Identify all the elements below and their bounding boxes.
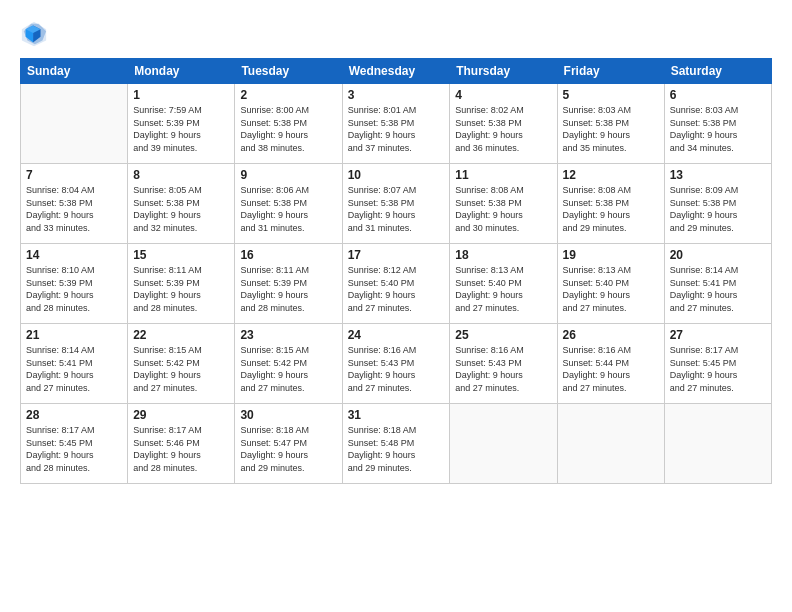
day-number: 8 [133,168,229,182]
day-number: 29 [133,408,229,422]
day-number: 3 [348,88,445,102]
header [20,20,772,48]
day-info: Sunrise: 8:09 AM Sunset: 5:38 PM Dayligh… [670,184,766,234]
page: SundayMondayTuesdayWednesdayThursdayFrid… [0,0,792,612]
day-info: Sunrise: 8:16 AM Sunset: 5:43 PM Dayligh… [455,344,551,394]
day-info: Sunrise: 7:59 AM Sunset: 5:39 PM Dayligh… [133,104,229,154]
day-info: Sunrise: 8:18 AM Sunset: 5:47 PM Dayligh… [240,424,336,474]
day-info: Sunrise: 8:15 AM Sunset: 5:42 PM Dayligh… [133,344,229,394]
calendar-cell: 19Sunrise: 8:13 AM Sunset: 5:40 PM Dayli… [557,244,664,324]
calendar-cell [21,84,128,164]
day-number: 28 [26,408,122,422]
day-number: 13 [670,168,766,182]
calendar-cell: 23Sunrise: 8:15 AM Sunset: 5:42 PM Dayli… [235,324,342,404]
calendar-cell: 18Sunrise: 8:13 AM Sunset: 5:40 PM Dayli… [450,244,557,324]
header-saturday: Saturday [664,59,771,84]
calendar-cell: 28Sunrise: 8:17 AM Sunset: 5:45 PM Dayli… [21,404,128,484]
calendar-cell [450,404,557,484]
day-number: 12 [563,168,659,182]
day-info: Sunrise: 8:17 AM Sunset: 5:45 PM Dayligh… [26,424,122,474]
calendar-cell: 17Sunrise: 8:12 AM Sunset: 5:40 PM Dayli… [342,244,450,324]
calendar-week-row: 1Sunrise: 7:59 AM Sunset: 5:39 PM Daylig… [21,84,772,164]
calendar-cell: 1Sunrise: 7:59 AM Sunset: 5:39 PM Daylig… [128,84,235,164]
day-number: 14 [26,248,122,262]
day-info: Sunrise: 8:00 AM Sunset: 5:38 PM Dayligh… [240,104,336,154]
day-number: 26 [563,328,659,342]
calendar-cell: 21Sunrise: 8:14 AM Sunset: 5:41 PM Dayli… [21,324,128,404]
calendar-cell [664,404,771,484]
day-info: Sunrise: 8:17 AM Sunset: 5:46 PM Dayligh… [133,424,229,474]
calendar-cell: 5Sunrise: 8:03 AM Sunset: 5:38 PM Daylig… [557,84,664,164]
calendar-week-row: 7Sunrise: 8:04 AM Sunset: 5:38 PM Daylig… [21,164,772,244]
day-number: 21 [26,328,122,342]
day-number: 5 [563,88,659,102]
day-number: 11 [455,168,551,182]
day-info: Sunrise: 8:18 AM Sunset: 5:48 PM Dayligh… [348,424,445,474]
day-number: 24 [348,328,445,342]
day-number: 20 [670,248,766,262]
calendar-header-row: SundayMondayTuesdayWednesdayThursdayFrid… [21,59,772,84]
day-number: 9 [240,168,336,182]
day-number: 31 [348,408,445,422]
day-info: Sunrise: 8:16 AM Sunset: 5:43 PM Dayligh… [348,344,445,394]
calendar-cell [557,404,664,484]
calendar-cell: 20Sunrise: 8:14 AM Sunset: 5:41 PM Dayli… [664,244,771,324]
day-number: 22 [133,328,229,342]
calendar-cell: 16Sunrise: 8:11 AM Sunset: 5:39 PM Dayli… [235,244,342,324]
calendar-cell: 12Sunrise: 8:08 AM Sunset: 5:38 PM Dayli… [557,164,664,244]
day-number: 16 [240,248,336,262]
calendar-cell: 13Sunrise: 8:09 AM Sunset: 5:38 PM Dayli… [664,164,771,244]
calendar-week-row: 21Sunrise: 8:14 AM Sunset: 5:41 PM Dayli… [21,324,772,404]
calendar-table: SundayMondayTuesdayWednesdayThursdayFrid… [20,58,772,484]
header-friday: Friday [557,59,664,84]
day-info: Sunrise: 8:08 AM Sunset: 5:38 PM Dayligh… [563,184,659,234]
day-info: Sunrise: 8:08 AM Sunset: 5:38 PM Dayligh… [455,184,551,234]
day-info: Sunrise: 8:12 AM Sunset: 5:40 PM Dayligh… [348,264,445,314]
day-number: 6 [670,88,766,102]
day-info: Sunrise: 8:16 AM Sunset: 5:44 PM Dayligh… [563,344,659,394]
day-number: 1 [133,88,229,102]
day-number: 23 [240,328,336,342]
header-wednesday: Wednesday [342,59,450,84]
day-info: Sunrise: 8:05 AM Sunset: 5:38 PM Dayligh… [133,184,229,234]
day-number: 4 [455,88,551,102]
day-number: 19 [563,248,659,262]
day-number: 2 [240,88,336,102]
calendar-week-row: 28Sunrise: 8:17 AM Sunset: 5:45 PM Dayli… [21,404,772,484]
day-info: Sunrise: 8:15 AM Sunset: 5:42 PM Dayligh… [240,344,336,394]
calendar-cell: 10Sunrise: 8:07 AM Sunset: 5:38 PM Dayli… [342,164,450,244]
day-info: Sunrise: 8:10 AM Sunset: 5:39 PM Dayligh… [26,264,122,314]
calendar-cell: 31Sunrise: 8:18 AM Sunset: 5:48 PM Dayli… [342,404,450,484]
day-info: Sunrise: 8:13 AM Sunset: 5:40 PM Dayligh… [455,264,551,314]
calendar-cell: 29Sunrise: 8:17 AM Sunset: 5:46 PM Dayli… [128,404,235,484]
day-number: 27 [670,328,766,342]
calendar-cell: 26Sunrise: 8:16 AM Sunset: 5:44 PM Dayli… [557,324,664,404]
calendar-cell: 4Sunrise: 8:02 AM Sunset: 5:38 PM Daylig… [450,84,557,164]
calendar-cell: 11Sunrise: 8:08 AM Sunset: 5:38 PM Dayli… [450,164,557,244]
calendar-cell: 6Sunrise: 8:03 AM Sunset: 5:38 PM Daylig… [664,84,771,164]
calendar-cell: 30Sunrise: 8:18 AM Sunset: 5:47 PM Dayli… [235,404,342,484]
calendar-cell: 2Sunrise: 8:00 AM Sunset: 5:38 PM Daylig… [235,84,342,164]
header-monday: Monday [128,59,235,84]
day-number: 18 [455,248,551,262]
header-thursday: Thursday [450,59,557,84]
day-number: 17 [348,248,445,262]
calendar-cell: 25Sunrise: 8:16 AM Sunset: 5:43 PM Dayli… [450,324,557,404]
day-number: 7 [26,168,122,182]
day-info: Sunrise: 8:02 AM Sunset: 5:38 PM Dayligh… [455,104,551,154]
day-info: Sunrise: 8:03 AM Sunset: 5:38 PM Dayligh… [563,104,659,154]
day-info: Sunrise: 8:03 AM Sunset: 5:38 PM Dayligh… [670,104,766,154]
day-info: Sunrise: 8:01 AM Sunset: 5:38 PM Dayligh… [348,104,445,154]
calendar-cell: 9Sunrise: 8:06 AM Sunset: 5:38 PM Daylig… [235,164,342,244]
calendar-cell: 8Sunrise: 8:05 AM Sunset: 5:38 PM Daylig… [128,164,235,244]
logo [20,20,50,48]
day-info: Sunrise: 8:07 AM Sunset: 5:38 PM Dayligh… [348,184,445,234]
day-info: Sunrise: 8:14 AM Sunset: 5:41 PM Dayligh… [26,344,122,394]
day-info: Sunrise: 8:04 AM Sunset: 5:38 PM Dayligh… [26,184,122,234]
calendar-cell: 22Sunrise: 8:15 AM Sunset: 5:42 PM Dayli… [128,324,235,404]
day-info: Sunrise: 8:11 AM Sunset: 5:39 PM Dayligh… [240,264,336,314]
day-info: Sunrise: 8:17 AM Sunset: 5:45 PM Dayligh… [670,344,766,394]
header-sunday: Sunday [21,59,128,84]
day-info: Sunrise: 8:06 AM Sunset: 5:38 PM Dayligh… [240,184,336,234]
calendar-cell: 27Sunrise: 8:17 AM Sunset: 5:45 PM Dayli… [664,324,771,404]
